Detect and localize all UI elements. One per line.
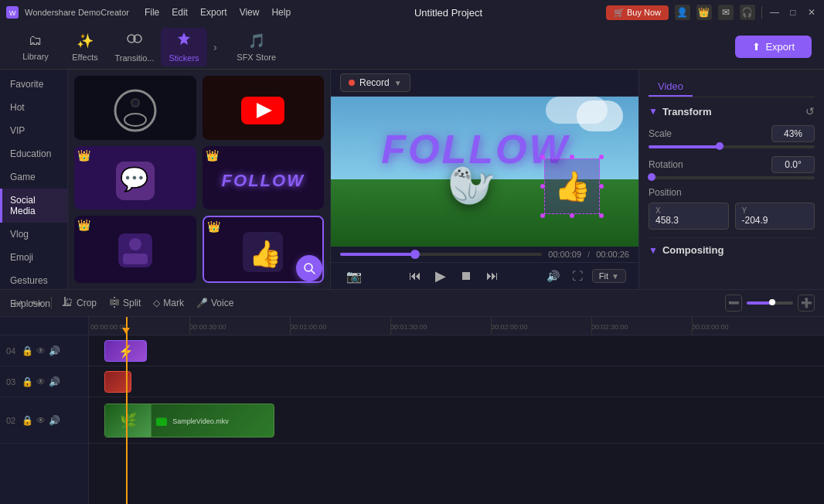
track-lock-icon-04[interactable]: 🔒 [22,346,33,356]
menu-help[interactable]: Help [271,7,291,18]
position-y-field[interactable]: Y -204.9 [735,203,815,230]
volume-button[interactable]: 🔊 [543,268,563,284]
track-audio-icon-02[interactable]: 🔊 [49,415,60,426]
sidebar-item-gestures[interactable]: Gestures [0,269,67,292]
rotation-value[interactable]: 0.0° [771,156,815,173]
record-indicator [349,80,355,86]
player-controls: 📷 ⏮ ▶ ⏹ ⏭ 🔊 ⛶ Fit ▼ [331,262,638,289]
timeline-zoom-slider[interactable] [747,301,793,305]
sticker-social-media-sticker[interactable]: Social Media Sticker [74,76,196,140]
next-frame-button[interactable]: ⏭ [483,267,502,284]
export-button[interactable]: ⬆ Export [735,36,812,58]
sticker-social-media-button[interactable]: 👑 Social Media Button [74,216,196,283]
sticker-youtube[interactable]: YouTube [203,76,325,140]
rotation-slider-track[interactable] [649,176,815,179]
progress-thumb[interactable] [410,250,420,259]
sticker-follow[interactable]: 👑 FOLLOW Follow [203,146,325,210]
menu-export[interactable]: Export [200,7,227,18]
toolbar-effects[interactable]: ✨ Effects [62,28,108,66]
svg-point-8 [124,114,146,126]
svg-rect-27 [156,418,167,426]
redo-button[interactable]: ↪ [29,295,45,312]
timeline-track-headers: 04 🔒 👁 🔊 03 🔒 👁 🔊 02 🔒 👁 🔊 [0,317,89,504]
fit-dropdown[interactable]: Fit ▼ [592,269,626,283]
track-visibility-icon-04[interactable]: 👁 [36,346,46,356]
sidebar-item-education[interactable]: Education [0,142,67,165]
position-x-field[interactable]: X 458.3 [649,203,729,230]
time-separator: / [587,250,590,259]
track-header-02: 02 🔒 👁 🔊 [0,397,88,444]
track-number-02: 02 [6,416,19,425]
track-visibility-icon-03[interactable]: 👁 [36,376,46,387]
sfx-store-icon: 🎵 [248,32,265,49]
crop-tool[interactable]: Crop [58,294,101,313]
toolbar-transitions[interactable]: Transitio... [111,28,158,66]
split-tool[interactable]: Split [104,294,145,313]
tab-video[interactable]: Video [649,77,693,97]
toolbar-sfx-store[interactable]: 🎵 SFX Store [230,28,284,66]
track-lock-icon-02[interactable]: 🔒 [22,415,33,426]
mark-icon: ◇ [153,298,160,308]
sidebar-item-vip[interactable]: VIP [0,119,67,142]
ruler-mark-6: 00:03:00:00 [692,321,729,332]
stop-button[interactable]: ⏹ [457,267,475,284]
playhead-line[interactable] [126,317,128,504]
track-number-04: 04 [6,346,19,356]
timeline-ruler: 00:00:00:00 00:00:30:00 00:01:00:00 00:0… [89,317,824,335]
toolbar-stickers[interactable]: Stickers [161,28,207,66]
progress-track[interactable] [340,253,542,256]
library-icon: 🗂 [29,32,43,49]
sidebar-item-emoji[interactable]: Emoji [0,246,67,269]
minimize-button[interactable]: — [768,6,781,19]
track-clip-02[interactable]: 🌿 SampleVideo.mkv [104,404,274,438]
like-sticker-overlay[interactable]: 👍 [544,158,600,214]
track-audio-icon-03[interactable]: 🔊 [49,376,60,387]
menu-file[interactable]: File [145,7,159,18]
timeline-zoom-out-button[interactable]: ➖ [725,295,742,312]
mail-icon[interactable]: ✉ [718,5,734,20]
fullscreen-button[interactable]: ⛶ [569,268,586,284]
close-button[interactable]: ✕ [805,6,818,19]
sidebar-item-social-media[interactable]: Social Media [0,189,67,223]
app-logo: W [6,6,19,19]
timeline-zoom-in-button[interactable]: ➕ [798,295,815,312]
sticker-world-talk[interactable]: 👑 💬 World Talk [74,146,196,210]
scale-value[interactable]: 43% [771,125,815,142]
menu-edit[interactable]: Edit [172,7,188,18]
toolbar-more-icon[interactable]: › [210,41,220,53]
screenshot-button[interactable]: 📷 [343,267,365,285]
voice-tool[interactable]: 🎤 Voice [192,295,238,312]
maximize-button[interactable]: □ [787,6,799,19]
buy-now-button[interactable]: 🛒 Buy Now [606,5,669,20]
position-y-label: Y [742,206,809,215]
track-lock-icon-03[interactable]: 🔒 [22,376,33,387]
menu-view[interactable]: View [240,7,260,18]
scale-slider-track[interactable] [649,145,815,148]
sidebar-item-hot[interactable]: Hot [0,96,67,119]
user-icon[interactable]: 👤 [675,5,690,20]
headset-icon[interactable]: 🎧 [740,5,755,20]
track-row-03 [89,366,824,397]
undo-button[interactable]: ↩ [9,295,26,312]
crown-icon[interactable]: 👑 [696,5,712,20]
sidebar-item-game[interactable]: Game [0,165,67,189]
transform-reset-icon[interactable]: ↺ [805,105,815,117]
play-button[interactable]: ▶ [432,266,449,286]
zoom-slider-thumb[interactable] [769,299,775,305]
prev-frame-button[interactable]: ⏮ [406,267,424,284]
track-row-02: 🌿 SampleVideo.mkv [89,397,824,444]
compositing-header[interactable]: ▼ Compositing [649,244,815,256]
sidebar-item-vlog[interactable]: Vlog [0,223,67,246]
sticker-search-button[interactable] [296,255,322,281]
svg-rect-23 [66,299,71,304]
scale-slider-thumb[interactable] [716,142,724,150]
toolbar-library[interactable]: 🗂 Library [12,28,59,66]
sidebar-item-favorite[interactable]: Favorite [0,73,67,96]
rotation-slider-thumb[interactable] [648,173,655,181]
track-audio-icon-04[interactable]: 🔊 [49,346,60,356]
transform-header[interactable]: ▼ Transform ↺ [649,105,815,117]
record-button[interactable]: Record ▼ [340,73,410,92]
export-upload-icon: ⬆ [752,41,761,53]
track-visibility-icon-02[interactable]: 👁 [36,415,46,426]
mark-tool[interactable]: ◇ Mark [148,295,189,312]
